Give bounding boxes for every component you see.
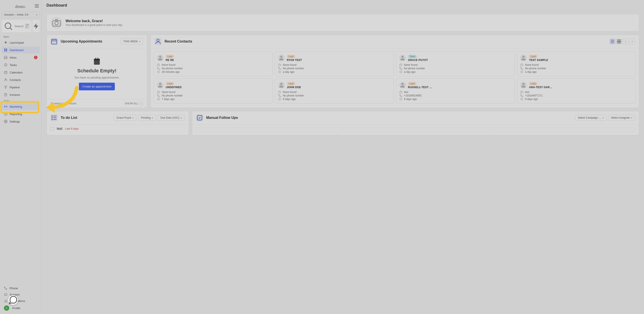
todo-item-late: Late 9 days — [65, 127, 79, 130]
sidebar-item-dashboard[interactable]: Dashboard — [2, 47, 40, 54]
quick-action-button[interactable] — [33, 20, 40, 32]
sidebar-item-phone[interactable]: Phone — [2, 285, 40, 291]
chat-widget[interactable] — [8, 295, 18, 305]
menu-toggle-icon[interactable] — [35, 5, 39, 8]
create-appointment-button[interactable]: Create an appointment — [79, 83, 115, 90]
contact-phone: No phone number — [283, 67, 304, 70]
svg-rect-37 — [278, 64, 281, 66]
svg-rect-22 — [94, 59, 100, 60]
clock-icon — [278, 70, 281, 74]
prev-button[interactable]: ‹ — [623, 39, 628, 44]
svg-rect-43 — [521, 64, 523, 66]
briefcase-icon — [278, 63, 281, 67]
todo-assignee-filter[interactable]: Grace Puyot▾ — [114, 115, 136, 121]
clock-icon — [520, 98, 523, 101]
contact-tile[interactable]: Lead RYAN TEST None found No phone numbe… — [275, 51, 394, 76]
contact-tile[interactable]: Lead RE RE None found No phone number 26… — [154, 51, 272, 76]
contact-tile[interactable]: Lead UNDEFINED None found No phone numbe… — [154, 79, 272, 104]
checkbox[interactable] — [50, 127, 54, 130]
contact-tag: Lead — [408, 82, 416, 85]
bell-icon — [4, 299, 8, 302]
contact-org: test — [525, 91, 529, 94]
search-shortcut: ctrl K — [25, 24, 30, 29]
contact-tile[interactable]: Lead TEST SAMPLE None found No phone num… — [517, 51, 636, 76]
contact-tile[interactable]: Team GRACE PUYOT None found No phone num… — [396, 51, 515, 76]
sidebar-item-support[interactable]: Support — [2, 291, 40, 297]
sidebar-item-launchpad[interactable]: Launchpad — [2, 39, 40, 46]
contact-org: test — [404, 91, 408, 94]
contact-org: None found — [283, 63, 296, 67]
sidebar-item-settings[interactable]: Settings — [2, 118, 40, 125]
phone-icon — [278, 94, 281, 97]
sidebar-item-label: Inbox — [10, 56, 17, 59]
next-button[interactable]: › — [629, 39, 635, 44]
svg-point-42 — [522, 56, 524, 58]
calendar-icon — [50, 38, 58, 45]
todo-status-filter[interactable]: Pending▾ — [138, 115, 156, 121]
contact-name: JOHN DOE — [287, 86, 301, 89]
sidebar-item-invoices[interactable]: Invoices — [2, 91, 40, 98]
followup-assignee-filter[interactable]: Select Assignee▾ — [608, 115, 635, 121]
camera-icon[interactable] — [51, 17, 62, 28]
briefcase-icon — [278, 91, 281, 94]
svg-rect-17 — [52, 40, 57, 44]
svg-rect-49 — [278, 91, 281, 93]
show-all-label: SHOW ALL — [125, 102, 138, 105]
sidebar-item-profile[interactable]: G Profile — [2, 304, 40, 312]
svg-rect-7 — [4, 72, 7, 74]
gear-icon — [4, 120, 8, 123]
todo-sort-filter[interactable]: Due Date (ASC)▾ — [158, 115, 185, 121]
svg-rect-55 — [521, 91, 523, 93]
sidebar-item-tasks[interactable]: Tasks — [2, 61, 40, 68]
sidebar-item-notifications[interactable]: Notifications — [2, 298, 40, 304]
sidebar-item-pipeline[interactable]: Pipeline — [2, 84, 40, 91]
phone-icon — [278, 67, 281, 70]
contact-name: RYAN TEST — [287, 59, 302, 62]
sidebar-item-label: Settings — [10, 120, 20, 123]
contact-time: 8 days ago — [525, 98, 538, 101]
sidebar-item-marketing[interactable]: Marketing — [2, 103, 40, 110]
svg-point-25 — [157, 39, 159, 42]
view-grid-button[interactable] — [616, 39, 622, 44]
svg-rect-3 — [6, 49, 7, 50]
phone-icon — [520, 94, 523, 97]
sidebar-item-inbox[interactable]: Inbox 1 — [2, 54, 40, 61]
contact-tile[interactable]: Lead ANA-TEST GAR… test +19184977271 8 d… — [517, 79, 636, 104]
svg-point-13 — [5, 121, 6, 122]
welcome-title: Welcome back, Grace! — [66, 19, 123, 23]
svg-point-9 — [5, 79, 6, 80]
todo-item[interactable]: test Late 9 days — [47, 125, 189, 133]
chevron-down-icon: ▾ — [181, 117, 182, 119]
sidebar-item-label: Reporting — [10, 113, 22, 116]
contact-time: a day ago — [404, 70, 416, 74]
svg-rect-5 — [6, 51, 7, 52]
svg-point-0 — [5, 23, 11, 29]
search-input[interactable]: Search ctrl K — [2, 20, 31, 32]
phone-icon — [399, 67, 402, 70]
sidebar-item-reporting[interactable]: Reporting — [2, 111, 40, 118]
contact-tile[interactable]: Lead JOHN DOE None found No phone number… — [275, 79, 394, 104]
appointments-filter[interactable]: THIS WEEK ▾ — [120, 38, 143, 45]
followup-campaign-filter[interactable]: Select Campaign …▾ — [575, 115, 606, 121]
search-icon — [4, 21, 13, 31]
svg-rect-23 — [95, 58, 96, 59]
show-all-link[interactable]: SHOW ALL › — [125, 102, 143, 106]
contact-org: None found — [404, 63, 418, 67]
welcome-subtitle: Your dashboard is a great place to start… — [66, 24, 123, 27]
search-placeholder: Search — [14, 25, 24, 28]
megaphone-icon — [4, 105, 8, 108]
svg-point-33 — [159, 56, 161, 58]
contact-tile[interactable]: Lead RUSSELL-TEST … test +19188524855 8 … — [396, 79, 515, 104]
sidebar-item-calendars[interactable]: Calendars — [2, 69, 40, 76]
page-title: Dashboard — [42, 0, 644, 11]
avatar-icon — [520, 82, 527, 88]
view-list-button[interactable] — [610, 39, 615, 44]
card-title: Upcoming Appointments — [61, 40, 118, 44]
svg-rect-29 — [617, 40, 619, 41]
sidebar-item-contacts[interactable]: Contacts — [2, 76, 40, 83]
contact-phone: No phone number — [525, 67, 546, 70]
filter-label: THIS WEEK — [123, 40, 138, 43]
clock-icon — [399, 98, 402, 101]
account-selector[interactable]: Account -- Irvine, CA ▾ — [2, 12, 40, 18]
todo-list-card: To do List Grace Puyot▾ Pending▾ Due Dat… — [46, 111, 189, 135]
